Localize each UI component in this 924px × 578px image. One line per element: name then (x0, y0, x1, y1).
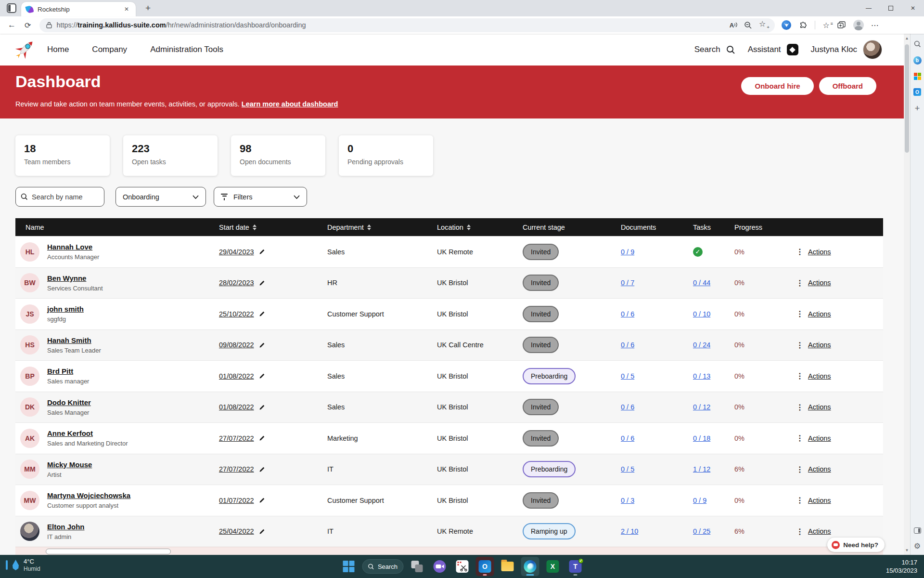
edge-button[interactable] (521, 557, 539, 576)
task-view-button[interactable] (408, 557, 426, 576)
edit-icon[interactable] (259, 249, 265, 255)
documents-link[interactable]: 2 / 10 (621, 527, 638, 535)
nav-search[interactable]: Search (694, 45, 735, 54)
sidebar-customize-icon[interactable] (914, 527, 921, 534)
nav-item-administration-tools[interactable]: Administration Tools (150, 45, 223, 54)
tasks-link[interactable]: 0 / 13 (693, 372, 710, 380)
nav-item-company[interactable]: Company (92, 45, 127, 54)
kebab-icon[interactable]: ⋮ (796, 371, 804, 381)
nav-user[interactable]: Justyna Kloc (811, 40, 882, 59)
kebab-icon[interactable]: ⋮ (796, 403, 804, 412)
edit-icon[interactable] (259, 280, 265, 286)
actions-link[interactable]: Actions (808, 310, 831, 318)
start-button[interactable] (340, 557, 358, 576)
documents-link[interactable]: 0 / 5 (621, 372, 634, 380)
edit-icon[interactable] (259, 435, 265, 441)
start-date-link[interactable]: 25/04/2022 (219, 527, 254, 535)
start-date-link[interactable]: 01/08/2022 (219, 403, 254, 411)
browser-profile-icon[interactable] (853, 20, 864, 30)
sidebar-add-icon[interactable]: + (913, 104, 922, 113)
kebab-icon[interactable]: ⋮ (796, 465, 804, 474)
start-date-link[interactable]: 29/04/2023 (219, 248, 254, 256)
start-date-link[interactable]: 28/02/2023 (219, 279, 254, 287)
outlook-button[interactable]: O (476, 557, 494, 576)
actions-link[interactable]: Actions (808, 248, 831, 256)
actions-link[interactable]: Actions (808, 341, 831, 349)
start-date-link[interactable]: 01/08/2022 (219, 372, 254, 380)
need-help-button[interactable]: Need help? (827, 538, 885, 552)
new-tab-button[interactable]: + (142, 3, 154, 13)
employee-name-link[interactable]: john smith (47, 305, 84, 313)
offboard-button[interactable]: Offboard (819, 77, 876, 95)
edit-icon[interactable] (259, 497, 265, 503)
tasks-link[interactable]: 0 / 24 (693, 341, 710, 349)
employee-name-link[interactable]: Anne Kerfoot (47, 429, 93, 437)
kebab-icon[interactable]: ⋮ (796, 278, 804, 288)
edit-icon[interactable] (259, 528, 265, 535)
employee-name-link[interactable]: Ben Wynne (47, 274, 86, 282)
kebab-icon[interactable]: ⋮ (796, 527, 804, 536)
browser-menu-icon[interactable]: ⋯ (871, 21, 879, 30)
gear-icon[interactable]: ⚙ (913, 541, 922, 550)
kebab-icon[interactable]: ⋮ (796, 247, 804, 256)
page-scrollbar[interactable]: ▲ ▼ (904, 34, 910, 555)
column-header-start-date[interactable]: Start date (215, 223, 323, 231)
sort-icon[interactable] (467, 224, 471, 230)
actions-link[interactable]: Actions (808, 403, 831, 411)
browser-tab[interactable]: Rocketship ✕ (21, 2, 136, 16)
filters-dropdown[interactable]: Filters (214, 187, 307, 207)
sidebar-copilot-icon[interactable]: b (913, 56, 922, 65)
documents-link[interactable]: 0 / 3 (621, 497, 634, 504)
add-favorite-icon[interactable]: ☆＋ (759, 20, 770, 29)
tasks-link[interactable]: 1 / 12 (693, 465, 710, 473)
onboard-hire-button[interactable]: Onboard hire (741, 77, 813, 95)
employee-name-link[interactable]: Elton John (47, 523, 85, 531)
tasks-link[interactable]: 0 / 44 (693, 279, 710, 287)
read-aloud-icon[interactable]: A (730, 22, 737, 29)
maximize-button[interactable] (880, 0, 902, 16)
kebab-icon[interactable]: ⋮ (796, 496, 804, 505)
taskbar-search[interactable]: Search (362, 559, 404, 574)
learn-more-link[interactable]: Learn more about dashboard (242, 100, 338, 108)
documents-link[interactable]: 0 / 6 (621, 434, 634, 442)
search-by-name-box[interactable] (15, 187, 104, 207)
sort-icon[interactable] (253, 224, 257, 230)
extension-badge-icon[interactable] (782, 20, 791, 30)
sidebar-search-icon[interactable] (913, 39, 922, 48)
excel-button[interactable]: X (544, 557, 562, 576)
sort-icon[interactable] (367, 224, 371, 230)
employee-name-link[interactable]: Martyna Wojciechowska (47, 491, 130, 499)
view-dropdown[interactable]: Onboarding (116, 187, 206, 207)
scrollbar-thumb[interactable] (905, 44, 909, 153)
actions-link[interactable]: Actions (808, 372, 831, 380)
employee-name-link[interactable]: Brd Pitt (47, 367, 73, 375)
actions-link[interactable]: Actions (808, 497, 831, 504)
documents-link[interactable]: 0 / 6 (621, 310, 634, 318)
actions-link[interactable]: Actions (808, 434, 831, 442)
minimize-button[interactable]: — (858, 0, 880, 16)
kebab-icon[interactable]: ⋮ (796, 309, 804, 318)
scroll-up-icon[interactable]: ▲ (904, 36, 910, 40)
teams-button[interactable]: T✓ (566, 557, 585, 576)
nav-item-home[interactable]: Home (47, 45, 69, 54)
taskbar-clock[interactable]: 10:17 15/03/2023 (886, 559, 917, 575)
taskbar-weather-widget[interactable]: 4°C Humid (6, 558, 40, 572)
kebab-icon[interactable]: ⋮ (796, 434, 804, 443)
start-date-link[interactable]: 01/07/2022 (219, 497, 254, 504)
tasks-link[interactable]: 0 / 9 (693, 497, 706, 504)
documents-link[interactable]: 0 / 7 (621, 279, 634, 287)
tasks-link[interactable]: 0 / 25 (693, 527, 710, 535)
kebab-icon[interactable]: ⋮ (796, 341, 804, 350)
video-app-button[interactable] (431, 557, 449, 576)
column-header-location[interactable]: Location (433, 223, 519, 231)
tasks-link[interactable]: 0 / 12 (693, 403, 710, 411)
edit-icon[interactable] (259, 342, 265, 348)
employee-name-link[interactable]: Micky Mouse (47, 460, 92, 469)
edit-icon[interactable] (259, 373, 265, 379)
documents-link[interactable]: 0 / 9 (621, 248, 634, 256)
start-date-link[interactable]: 27/07/2022 (219, 465, 254, 473)
refresh-button[interactable]: ⟳ (25, 21, 31, 30)
collections-icon[interactable] (837, 21, 846, 30)
tab-close-icon[interactable]: ✕ (122, 5, 131, 13)
zoom-out-icon[interactable] (744, 21, 752, 29)
